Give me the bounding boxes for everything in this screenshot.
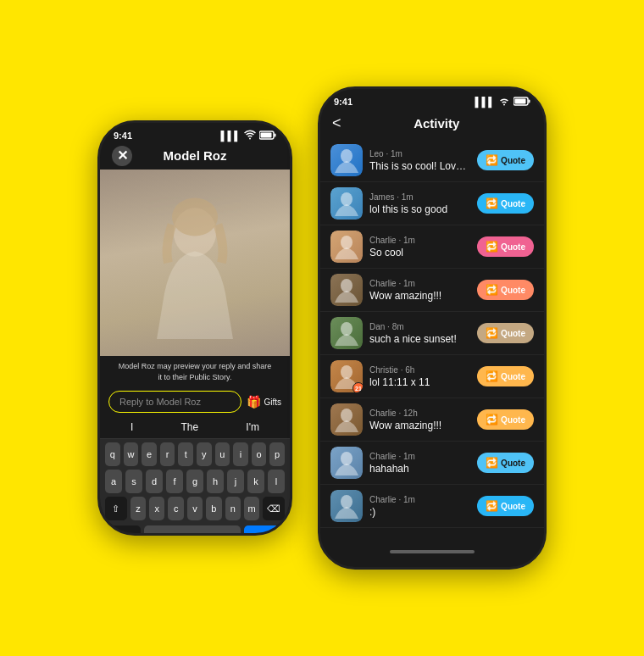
quote-icon: 🔁 — [486, 197, 498, 209]
list-item: James · 1m lol this is so good 🔁 Quote — [320, 182, 544, 225]
key-r[interactable]: r — [160, 442, 175, 466]
quote-icon: 🔁 — [486, 327, 498, 339]
gifts-button[interactable]: 🎁 Gifts — [247, 395, 281, 409]
activity-avatar — [330, 447, 363, 479]
key-j[interactable]: j — [227, 470, 244, 493]
svg-point-9 — [341, 149, 353, 163]
activity-avatar — [330, 317, 363, 349]
svg-point-4 — [172, 198, 218, 236]
keyboard-row-2: a s d f g h j k l — [105, 470, 285, 493]
quote-button[interactable]: 🔁 Quote — [477, 409, 534, 430]
svg-rect-2 — [275, 133, 276, 136]
shift-key[interactable]: ⇧ — [105, 497, 127, 520]
quote-label: Quote — [501, 459, 525, 468]
activity-message: Wow amazing!!! — [369, 420, 470, 431]
autocomplete-0[interactable]: I — [124, 420, 140, 435]
quote-button[interactable]: 🔁 Quote — [477, 453, 534, 473]
quote-button[interactable]: 🔁 Quote — [477, 236, 534, 257]
key-y[interactable]: y — [197, 442, 212, 466]
list-item: Leo · 1m This is so cool! Love it!!! 🔁 Q… — [320, 139, 544, 182]
activity-name-time: Charlie · 12h — [369, 409, 470, 418]
activity-avatar — [330, 231, 363, 263]
activity-content: Charlie · 1m So cool — [369, 236, 470, 259]
key-n[interactable]: n — [225, 497, 241, 520]
home-indicator-right — [390, 550, 475, 553]
key-s[interactable]: s — [125, 470, 142, 493]
quote-button[interactable]: 🔁 Quote — [477, 323, 534, 343]
key-o[interactable]: o — [252, 442, 267, 466]
status-bar-right: 9:41 ▌▌▌ — [320, 89, 544, 111]
quote-label: Quote — [501, 199, 525, 208]
quote-label: Quote — [501, 372, 525, 381]
key-l[interactable]: l — [268, 470, 285, 493]
quote-icon: 🔁 — [486, 414, 498, 425]
svg-rect-7 — [529, 99, 530, 103]
activity-name-time: Dan · 8m — [369, 322, 470, 331]
activity-name-time: Charlie · 1m — [369, 452, 470, 461]
reply-input[interactable]: Reply to Model Roz — [108, 391, 242, 413]
activity-content: Christie · 6h lol 11:11 x 11 — [369, 365, 470, 388]
numbers-key[interactable]: 123 — [110, 525, 141, 536]
autocomplete-2[interactable]: I'm — [239, 420, 266, 435]
activity-name-time: James · 1m — [369, 192, 470, 202]
key-w[interactable]: w — [124, 442, 139, 466]
quote-button[interactable]: 🔁 Quote — [477, 150, 534, 170]
svg-point-21 — [341, 409, 353, 422]
list-item: Charlie · 1m hahahah 🔁 Quote — [320, 442, 544, 485]
key-t[interactable]: t — [178, 442, 193, 466]
delete-key[interactable]: ⌫ — [263, 497, 285, 520]
key-k[interactable]: k — [247, 470, 264, 493]
status-icons-left: ▌▌▌ — [221, 130, 276, 142]
quote-label: Quote — [501, 415, 525, 425]
key-a[interactable]: a — [105, 470, 122, 493]
keyboard-row-1: q w e r t y u i o p — [105, 442, 285, 466]
quote-button[interactable]: 🔁 Quote — [477, 193, 534, 214]
send-key[interactable]: send — [244, 525, 280, 536]
right-header: < Activity — [320, 111, 544, 139]
battery-icon — [259, 131, 276, 142]
key-b[interactable]: b — [206, 497, 221, 520]
quote-button[interactable]: 🔁 Quote — [477, 366, 534, 386]
key-u[interactable]: u — [215, 442, 230, 466]
activity-content: Charlie · 1m Wow amazing!!! — [369, 279, 470, 302]
quote-icon: 🔁 — [486, 284, 498, 296]
key-i[interactable]: i — [233, 442, 248, 466]
right-phone: 9:41 ▌▌▌ < Activity — [318, 86, 547, 570]
key-m[interactable]: m — [244, 497, 259, 520]
list-item: Charlie · 1m :) 🔁 Quote — [320, 485, 544, 528]
quote-label: Quote — [501, 286, 525, 295]
key-q[interactable]: q — [105, 442, 120, 466]
activity-name-time: Christie · 6h — [369, 365, 470, 375]
autocomplete-1[interactable]: The — [175, 420, 206, 435]
back-button[interactable]: < — [332, 114, 341, 132]
key-x[interactable]: x — [149, 497, 164, 520]
key-d[interactable]: d — [146, 470, 163, 493]
key-v[interactable]: v — [187, 497, 203, 520]
svg-rect-6 — [515, 98, 526, 103]
quote-button[interactable]: 🔁 Quote — [477, 496, 534, 516]
activity-content: Dan · 8m such a nice sunset! — [369, 322, 470, 345]
quote-label: Quote — [501, 502, 525, 511]
close-button[interactable]: ✕ — [112, 146, 132, 166]
quote-button[interactable]: 🔁 Quote — [477, 280, 534, 300]
activity-avatar — [330, 187, 363, 220]
space-key[interactable]: space — [144, 525, 241, 536]
key-h[interactable]: h — [207, 470, 224, 493]
list-item: Dan · 8m such a nice sunset! 🔁 Quote — [320, 312, 544, 355]
key-e[interactable]: e — [142, 442, 157, 466]
key-g[interactable]: g — [186, 470, 203, 493]
quote-icon: 🔁 — [486, 370, 498, 382]
key-c[interactable]: c — [168, 497, 183, 520]
list-item: Charlie · 1m Wow amazing!!! 🔁 Quote — [320, 269, 544, 312]
activity-content: James · 1m lol this is so good — [369, 192, 470, 215]
activity-content: Charlie · 1m hahahah — [369, 452, 470, 475]
svg-point-17 — [341, 322, 353, 336]
gifts-icon: 🎁 — [247, 395, 261, 409]
key-z[interactable]: z — [130, 497, 146, 520]
status-bar-left: 9:41 ▌▌▌ — [100, 123, 290, 145]
quote-icon: 🔁 — [486, 241, 498, 253]
svg-point-19 — [341, 365, 353, 379]
preview-text: Model Roz may preview your reply and sha… — [100, 356, 290, 387]
key-p[interactable]: p — [269, 442, 285, 466]
key-f[interactable]: f — [166, 470, 183, 493]
